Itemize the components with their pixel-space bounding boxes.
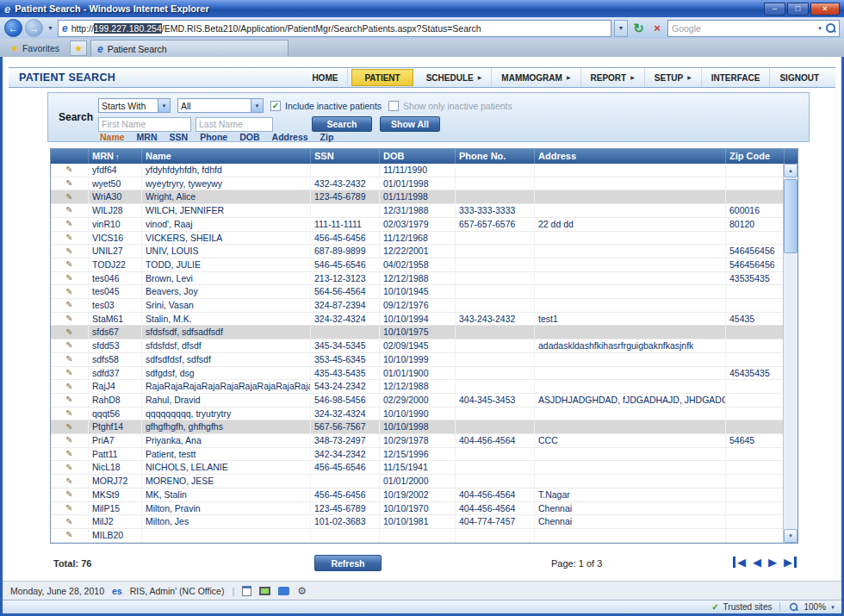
edit-patient-icon[interactable]: ✎ — [65, 383, 72, 391]
row-select-cell[interactable]: ✎ — [51, 420, 89, 433]
edit-patient-icon[interactable]: ✎ — [65, 193, 72, 202]
gear-icon[interactable]: ⚙ — [297, 586, 307, 596]
patient-row[interactable]: ✎ MILB20 — [51, 529, 797, 543]
calendar-icon[interactable] — [242, 586, 251, 596]
grid-scrollbar[interactable]: ▲ ▼ — [783, 164, 797, 543]
patient-row[interactable]: ✎ StaM61 Stalin, M.K. 324-32-4324 10/10/… — [51, 313, 797, 327]
browser-search-input[interactable] — [672, 23, 815, 34]
edit-patient-icon[interactable]: ✎ — [65, 206, 72, 215]
scrollbar-thumb[interactable] — [784, 179, 797, 253]
last-name-input[interactable] — [195, 117, 273, 132]
field-caret-button[interactable]: ▼ — [251, 99, 263, 112]
edit-patient-icon[interactable]: ✎ — [65, 233, 72, 242]
refresh-page-button[interactable]: ↻ — [630, 21, 647, 36]
nav-item[interactable]: REPORT ▶ — [581, 68, 645, 87]
patient-row[interactable]: ✎ tes045 Beavers, Joy 564-56-4564 10/10/… — [51, 285, 797, 299]
match-type-caret-button[interactable]: ▼ — [158, 99, 170, 112]
back-button[interactable]: ← — [4, 19, 22, 37]
workstation-icon[interactable] — [259, 587, 270, 595]
scroll-down-button[interactable]: ▼ — [784, 529, 797, 543]
column-header-ssn[interactable]: SSN — [311, 149, 380, 164]
nav-item[interactable]: SETUP ▶ — [645, 68, 702, 87]
row-select-cell[interactable]: ✎ — [51, 232, 89, 245]
row-select-cell[interactable]: ✎ — [51, 218, 89, 231]
patient-row[interactable]: ✎ RahD8 Rahul, Dravid 546-98-5456 02/29/… — [51, 394, 797, 408]
row-select-cell[interactable]: ✎ — [51, 285, 89, 298]
zoom-caret-icon[interactable]: ▼ — [830, 605, 835, 610]
patient-row[interactable]: ✎ UNIL27 UNIV, LOUIS 687-89-9899 12/22/2… — [51, 245, 797, 258]
patient-row[interactable]: ✎ tes046 Brown, Levi 213-12-3123 12/12/1… — [51, 272, 797, 286]
row-select-cell[interactable]: ✎ — [51, 190, 89, 203]
row-select-cell[interactable]: ✎ — [51, 380, 89, 393]
patient-row[interactable]: ✎ MORJ72 MORENO, JESE 01/01/2000 — [51, 475, 797, 488]
column-header-mrn[interactable]: MRN↑ — [89, 149, 142, 164]
edit-patient-icon[interactable]: ✎ — [65, 274, 72, 283]
row-select-cell[interactable]: ✎ — [51, 475, 89, 488]
filter-tab[interactable]: MRN — [137, 132, 158, 142]
edit-patient-icon[interactable]: ✎ — [65, 314, 72, 323]
stop-button[interactable]: × — [649, 22, 665, 34]
column-header-name[interactable]: Name — [142, 149, 311, 164]
edit-patient-icon[interactable]: ✎ — [65, 369, 72, 377]
patient-row[interactable]: ✎ MilP15 Milton, Pravin 123-45-6789 10/1… — [51, 502, 797, 516]
maximize-button[interactable]: □ — [787, 3, 809, 16]
scroll-up-button[interactable]: ▲ — [784, 164, 797, 177]
column-header-select[interactable] — [51, 149, 89, 164]
column-header-dob[interactable]: DOB — [380, 149, 456, 164]
search-button[interactable]: Search — [312, 116, 372, 132]
patient-row[interactable]: ✎ Ptghf14 gfhgfhgfh, ghfhgfhs 567-56-756… — [51, 420, 797, 434]
edit-patient-icon[interactable]: ✎ — [65, 165, 72, 174]
patient-row[interactable]: ✎ qqqt56 qqqqqqqqq, tryutrytry 324-32-43… — [51, 408, 797, 421]
patient-row[interactable]: ✎ VICS16 VICKERS, SHEILA 456-45-6456 11/… — [51, 232, 797, 246]
match-type-dropdown[interactable]: Starts With ▼ — [98, 98, 171, 113]
row-select-cell[interactable]: ✎ — [51, 272, 89, 285]
row-select-cell[interactable]: ✎ — [51, 299, 89, 312]
filter-tab[interactable]: DOB — [239, 132, 259, 142]
nav-item[interactable]: PATIENT ▶ — [351, 69, 413, 86]
favorites-button[interactable]: ★ Favorites — [3, 40, 66, 56]
patient-row[interactable]: ✎ yfdf64 yfdyhfdyhfdh, fdhfd 11/11/1990 — [51, 164, 797, 177]
column-header-zip[interactable]: Zip Code — [726, 149, 785, 164]
refresh-button[interactable]: Refresh — [314, 555, 382, 571]
row-select-cell[interactable]: ✎ — [51, 353, 89, 366]
patient-row[interactable]: ✎ sfds67 sfdsfsdf, sdfsadfsdf 10/10/1975 — [51, 326, 797, 339]
patient-row[interactable]: ✎ tes03 Srini, Vasan 324-87-2394 09/12/1… — [51, 299, 797, 313]
patient-row[interactable]: ✎ MKSt9 MK, Stalin 456-45-6456 10/19/200… — [51, 488, 797, 502]
previous-page-button[interactable]: ◀ — [753, 557, 761, 568]
filter-tab[interactable]: Name — [100, 132, 125, 142]
column-header-address[interactable]: Address — [535, 149, 726, 164]
patient-row[interactable]: ✎ sdfd37 sdfgdsf, dsg 435-43-5435 01/01/… — [51, 367, 797, 381]
first-name-input[interactable] — [98, 117, 191, 132]
row-select-cell[interactable]: ✎ — [51, 326, 89, 339]
filter-tab[interactable]: Zip — [320, 132, 334, 142]
search-magnifier-icon[interactable] — [825, 22, 836, 34]
search-provider-caret-icon[interactable]: ▼ — [817, 26, 822, 31]
nav-item[interactable]: SIGNOUT ▶ — [770, 68, 828, 87]
edit-patient-icon[interactable]: ✎ — [65, 328, 72, 337]
edit-patient-icon[interactable]: ✎ — [65, 490, 72, 499]
row-select-cell[interactable]: ✎ — [51, 313, 89, 326]
zoom-icon[interactable] — [789, 602, 798, 612]
tab-patient-search[interactable]: e Patient Search — [90, 40, 289, 57]
patient-row[interactable]: ✎ PriA7 Priyanka, Ana 348-73-2497 10/29/… — [51, 434, 797, 448]
chat-icon[interactable] — [278, 587, 289, 595]
row-select-cell[interactable]: ✎ — [51, 488, 89, 501]
patient-row[interactable]: ✎ MilJ2 Milton, Jes 101-02-3683 10/10/19… — [51, 515, 797, 529]
edit-patient-icon[interactable]: ✎ — [65, 247, 72, 256]
field-dropdown[interactable]: All ▼ — [177, 98, 264, 113]
edit-patient-icon[interactable]: ✎ — [65, 301, 72, 309]
edit-patient-icon[interactable]: ✎ — [65, 288, 72, 296]
close-button[interactable]: × — [810, 3, 840, 16]
nav-item[interactable]: SCHEDULE ▶ — [417, 68, 493, 87]
browser-search-box[interactable]: ▼ — [667, 20, 840, 37]
history-dropdown-icon[interactable]: ▼ — [46, 25, 55, 31]
filter-tab[interactable]: SSN — [170, 132, 189, 142]
edit-patient-icon[interactable]: ✎ — [65, 395, 72, 404]
row-select-cell[interactable]: ✎ — [51, 177, 89, 190]
row-select-cell[interactable]: ✎ — [51, 408, 89, 420]
edit-patient-icon[interactable]: ✎ — [65, 409, 72, 418]
patient-row[interactable]: ✎ Patt11 Patient, testt 342-34-2342 12/1… — [51, 448, 797, 462]
filter-tab[interactable]: Phone — [200, 132, 227, 142]
address-dropdown-button[interactable]: ▼ — [614, 20, 628, 37]
include-inactive-checkbox[interactable]: ✓ — [270, 101, 281, 111]
